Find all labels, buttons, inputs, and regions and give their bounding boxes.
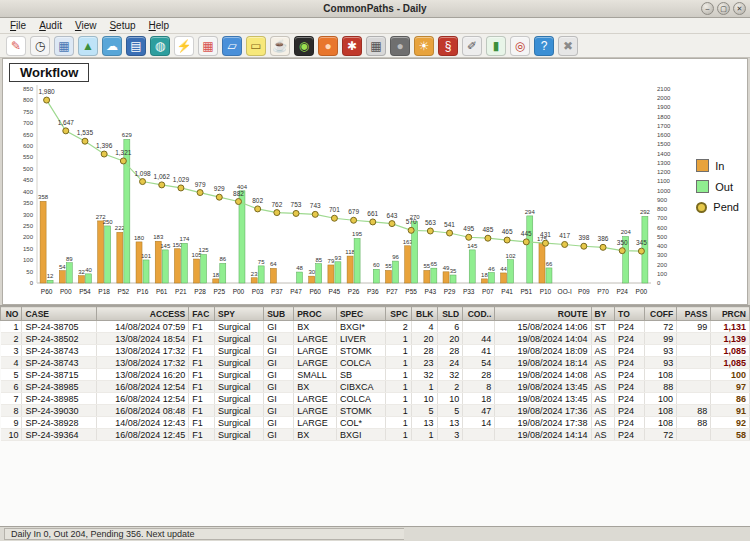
design-icon[interactable]: ✐ <box>462 36 482 56</box>
col-header-sub[interactable]: SUB <box>264 307 294 321</box>
ball-icon[interactable]: ● <box>318 36 338 56</box>
table-row[interactable]: 9SP-24-3892814/08/2024 12:43F1SurgicalGI… <box>1 417 750 429</box>
legend-pend: Pend <box>696 201 739 213</box>
col-header-route[interactable]: ROUTE <box>495 307 591 321</box>
cell-no: 6 <box>1 381 22 393</box>
image-icon[interactable]: ▲ <box>78 36 98 56</box>
folder-icon[interactable]: ▱ <box>222 36 242 56</box>
menu-view[interactable]: View <box>69 19 103 32</box>
menu-setup[interactable]: Setup <box>103 19 141 32</box>
cell-spec: SB <box>336 369 385 381</box>
help-icon[interactable]: ? <box>534 36 554 56</box>
table-row[interactable]: 4SP-24-3874313/08/2024 17:32F1SurgicalGI… <box>1 357 750 369</box>
col-header-cod[interactable]: COD.. <box>463 307 495 321</box>
col-header-access[interactable]: ACCESS <box>97 307 189 321</box>
x-axis-category: P52 <box>118 288 130 295</box>
cell-spc: 1 <box>386 429 412 441</box>
table-row[interactable]: 6SP-24-3898516/08/2024 12:54F1SurgicalGI… <box>1 381 750 393</box>
pend-point-label: 485 <box>482 226 493 233</box>
x-axis-category: P16 <box>137 288 149 295</box>
pend-point <box>235 199 241 205</box>
cell-proc: BX <box>294 321 337 333</box>
pend-point <box>63 128 69 134</box>
left-axis-tick: 300 <box>23 212 34 218</box>
window-icon[interactable]: ▤ <box>126 36 146 56</box>
gear-icon[interactable]: ☀ <box>414 36 434 56</box>
col-header-no[interactable]: NO <box>1 307 22 321</box>
in-bar <box>481 279 487 283</box>
pend-point-label: 762 <box>271 201 282 208</box>
chart-icon[interactable]: ▮ <box>486 36 506 56</box>
pend-point-label: 679 <box>348 208 359 215</box>
cell-cod: 8 <box>463 381 495 393</box>
table-row[interactable]: 2SP-24-3850213/08/2024 18:54F1SurgicalGI… <box>1 333 750 345</box>
cell-prcn: 1,085 <box>711 357 750 369</box>
pend-point-label: 1,029 <box>173 176 190 183</box>
table-row[interactable]: 8SP-24-3903016/08/2024 08:48F1SurgicalGI… <box>1 405 750 417</box>
cell-sub: GI <box>264 357 294 369</box>
in-bar-label: 180 <box>134 235 145 241</box>
close-button[interactable]: ✕ <box>733 2 746 15</box>
cell-pass <box>677 333 711 345</box>
col-header-to[interactable]: TO <box>615 307 645 321</box>
col-header-spc[interactable]: SPC <box>386 307 412 321</box>
cell-sld: 28 <box>437 345 463 357</box>
globe-icon[interactable]: ◍ <box>150 36 170 56</box>
table-row[interactable]: 10SP-24-3936416/08/2024 12:45F1SurgicalG… <box>1 429 750 441</box>
lightning-icon[interactable]: ⚡ <box>174 36 194 56</box>
maximize-button[interactable]: ▢ <box>717 2 730 15</box>
in-bar-label: 64 <box>270 261 277 267</box>
coffee-icon[interactable]: ☕ <box>270 36 290 56</box>
in-bar <box>40 201 46 283</box>
ribbon-icon[interactable]: § <box>438 36 458 56</box>
right-axis-tick: 1700 <box>657 123 671 129</box>
col-header-fac[interactable]: FAC <box>189 307 215 321</box>
sphere-icon[interactable]: ● <box>390 36 410 56</box>
notes-icon[interactable]: ✎ <box>6 36 26 56</box>
cell-spy: Surgical <box>214 417 263 429</box>
col-header-pass[interactable]: PASS <box>677 307 711 321</box>
lifebuoy-icon[interactable]: ◎ <box>510 36 530 56</box>
col-header-sld[interactable]: SLD <box>437 307 463 321</box>
out-bar-label: 96 <box>392 254 399 260</box>
col-header-spec[interactable]: SPEC <box>336 307 385 321</box>
power-icon[interactable]: ◉ <box>294 36 314 56</box>
clock-icon[interactable]: ◷ <box>30 36 50 56</box>
calendar-icon[interactable]: ▦ <box>198 36 218 56</box>
cell-no: 4 <box>1 357 22 369</box>
in-bar-label: 30 <box>308 269 315 275</box>
col-header-proc[interactable]: PROC <box>294 307 337 321</box>
col-header-blk[interactable]: BLK <box>411 307 437 321</box>
col-header-spy[interactable]: SPY <box>214 307 263 321</box>
grid-window-icon[interactable]: ▦ <box>54 36 74 56</box>
close-app-icon[interactable]: ✖ <box>558 36 578 56</box>
cell-access: 13/08/2024 17:32 <box>97 345 189 357</box>
col-header-coff[interactable]: COFF <box>645 307 677 321</box>
minimize-button[interactable]: – <box>701 2 714 15</box>
pend-point-label: 1,396 <box>96 142 113 149</box>
out-bar-label: 93 <box>335 255 342 261</box>
right-axis-tick: 1500 <box>657 141 671 147</box>
col-header-prcn[interactable]: PRCN <box>711 307 750 321</box>
cell-no: 3 <box>1 345 22 357</box>
virus-icon[interactable]: ✱ <box>342 36 362 56</box>
cloud-icon[interactable]: ☁ <box>102 36 122 56</box>
note-icon[interactable]: ▭ <box>246 36 266 56</box>
x-axis-category: OO-I <box>558 288 572 295</box>
col-header-by[interactable]: BY <box>591 307 615 321</box>
out-bar <box>47 280 53 283</box>
in-bar-label: 358 <box>38 194 49 200</box>
table-row[interactable]: 7SP-24-3898516/08/2024 12:54F1SurgicalGI… <box>1 393 750 405</box>
table-row[interactable]: 1SP-24-3870514/08/2024 07:59F1SurgicalGI… <box>1 321 750 333</box>
x-axis-category: P25 <box>213 288 225 295</box>
menu-audit[interactable]: Audit <box>33 19 68 32</box>
table-row[interactable]: 3SP-24-3874313/08/2024 17:32F1SurgicalGI… <box>1 345 750 357</box>
cell-route: 19/08/2024 14:08 <box>495 369 591 381</box>
cell-sub: GI <box>264 321 294 333</box>
menu-help[interactable]: Help <box>143 19 176 32</box>
col-header-case[interactable]: CASE <box>22 307 97 321</box>
menu-file[interactable]: File <box>4 19 32 32</box>
table-row[interactable]: 5SP-24-3871513/08/2024 16:20F1SurgicalGI… <box>1 369 750 381</box>
calculator-icon[interactable]: ▦ <box>366 36 386 56</box>
cell-proc: LARGE <box>294 393 337 405</box>
